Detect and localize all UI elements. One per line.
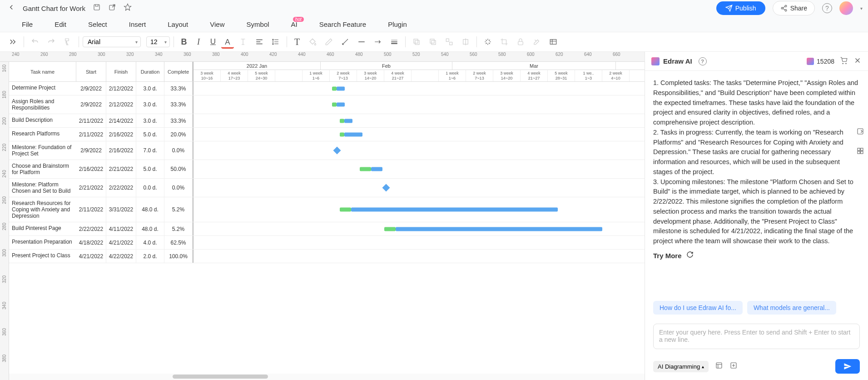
connector-icon[interactable]: [338, 35, 352, 49]
text-tool-icon[interactable]: T: [291, 35, 303, 49]
milestone-marker[interactable]: [333, 147, 341, 155]
line-style-icon[interactable]: [354, 35, 369, 49]
line-spacing-icon[interactable]: [268, 35, 283, 49]
undo-icon[interactable]: [28, 35, 42, 49]
ai-help-icon[interactable]: ?: [699, 57, 707, 65]
week-header: 3 week14~20: [357, 70, 384, 81]
gantt-row[interactable]: Choose and Brainstorm for Platform2/16/2…: [9, 160, 645, 179]
gantt-row[interactable]: Presentation Preparation4/18/20224/21/20…: [9, 236, 645, 250]
gantt-body: Determine Project2/9/20222/12/20223.0 d.…: [9, 82, 645, 263]
font-size-select[interactable]: 12: [146, 36, 170, 47]
send-button[interactable]: [835, 359, 860, 374]
bar-area: [193, 160, 645, 178]
lock-icon[interactable]: [513, 35, 528, 49]
refresh-icon[interactable]: [686, 251, 694, 261]
italic-icon[interactable]: I: [192, 35, 205, 49]
close-icon[interactable]: [853, 56, 862, 66]
gantt-row[interactable]: Build Description2/11/20222/14/20223.0 d…: [9, 114, 645, 128]
svg-rect-14: [716, 363, 722, 368]
gantt-row[interactable]: Research Platforms2/11/20222/16/20225.0 …: [9, 128, 645, 141]
suggestion-chip[interactable]: How do I use Edraw AI fo...: [653, 301, 743, 315]
back-button[interactable]: [5, 1, 17, 15]
bar-done[interactable]: [332, 103, 337, 107]
redo-icon[interactable]: [44, 35, 59, 49]
line-weight-icon[interactable]: [387, 35, 402, 49]
ai-input[interactable]: [653, 324, 860, 349]
bold-icon[interactable]: B: [178, 35, 190, 49]
star-icon[interactable]: [124, 3, 132, 13]
bar-done[interactable]: [360, 167, 371, 171]
avatar[interactable]: [839, 1, 853, 15]
avatar-dropdown[interactable]: ▾: [860, 6, 863, 11]
publish-button[interactable]: Publish: [716, 1, 765, 15]
bar-todo[interactable]: [351, 208, 558, 212]
open-external-icon[interactable]: [108, 3, 116, 13]
tools-icon[interactable]: [530, 35, 544, 49]
gantt-row[interactable]: Assign Roles and Responsibilities2/9/202…: [9, 95, 645, 114]
side-tab-expand-icon[interactable]: [856, 127, 864, 138]
bar-todo[interactable]: [344, 119, 352, 123]
gantt-row[interactable]: Milestone: Foundation of Project Set2/9/…: [9, 141, 645, 160]
align-left-icon[interactable]: [252, 35, 267, 49]
menu-view[interactable]: View: [199, 20, 235, 28]
underline-icon[interactable]: U: [207, 35, 219, 49]
suggestion-chip[interactable]: What models are general...: [747, 301, 836, 315]
gantt-row[interactable]: Research Resources for Coping with Anxie…: [9, 197, 645, 222]
table-icon[interactable]: [546, 35, 560, 49]
week-header: 4 week17~23: [221, 70, 248, 81]
send-back-icon[interactable]: [426, 35, 440, 49]
horizontal-scrollbar[interactable]: [9, 374, 645, 380]
align-objects-icon[interactable]: [458, 35, 473, 49]
menu-search-feature[interactable]: Search Feature: [308, 20, 377, 28]
clear-format-icon[interactable]: [236, 35, 250, 49]
ai-sparkle-icon[interactable]: [481, 35, 495, 49]
gantt-row[interactable]: Build Pinterest Page2/22/20224/11/202248…: [9, 222, 645, 236]
attach-icon[interactable]: [729, 361, 738, 372]
gantt-row[interactable]: Determine Project2/9/20222/12/20223.0 d.…: [9, 82, 645, 95]
ai-mode-select[interactable]: AI Diagramming▴: [653, 361, 709, 372]
scroll-thumb[interactable]: [173, 375, 268, 379]
format-painter-icon[interactable]: [60, 35, 75, 49]
bar-todo[interactable]: [396, 227, 602, 231]
bar-todo[interactable]: [337, 103, 345, 107]
gantt-row[interactable]: Present Project to Class4/21/20224/22/20…: [9, 250, 645, 263]
bar-done[interactable]: [332, 86, 337, 90]
bar-todo[interactable]: [344, 132, 362, 136]
group-icon[interactable]: [442, 35, 456, 49]
menu-layout[interactable]: Layout: [157, 20, 199, 28]
font-color-icon[interactable]: A: [221, 35, 234, 49]
gantt-chart[interactable]: Task name Start Finish Duration Complete…: [9, 62, 645, 371]
cell-dur: 0.0 d.: [136, 179, 164, 197]
fill-icon[interactable]: [305, 35, 320, 49]
milestone-marker[interactable]: [382, 184, 390, 192]
template-icon[interactable]: [715, 361, 723, 372]
save-icon[interactable]: [93, 3, 101, 13]
menu-symbol[interactable]: Symbol: [236, 20, 280, 28]
pen-icon[interactable]: [322, 35, 336, 49]
gantt-row[interactable]: Milestone: Platform Chosen and Set to Bu…: [9, 179, 645, 197]
cart-icon[interactable]: [840, 56, 848, 66]
cell-task: Build Description: [9, 114, 76, 127]
font-select[interactable]: Arial: [83, 36, 141, 47]
bar-done[interactable]: [340, 119, 344, 123]
help-icon[interactable]: ?: [822, 3, 832, 13]
menu-plugin[interactable]: Plugin: [377, 20, 418, 28]
bar-done[interactable]: [384, 227, 396, 231]
bar-todo[interactable]: [337, 86, 345, 90]
arrow-style-icon[interactable]: [371, 35, 385, 49]
expand-toolbar-icon[interactable]: [5, 35, 20, 49]
menu-select[interactable]: Select: [77, 20, 118, 28]
menu-edit[interactable]: Edit: [44, 20, 77, 28]
ruler-tick: 660: [613, 52, 620, 57]
bar-todo[interactable]: [371, 167, 382, 171]
bar-done[interactable]: [340, 132, 344, 136]
canvas-area[interactable]: 2402602803003203403603804004204404604805…: [0, 52, 645, 380]
menu-insert[interactable]: Insert: [118, 20, 157, 28]
bar-done[interactable]: [340, 208, 351, 212]
share-button[interactable]: Share: [773, 1, 815, 15]
menu-file[interactable]: File: [11, 20, 44, 28]
crop-icon[interactable]: [497, 35, 511, 49]
menu-ai[interactable]: AIhot: [280, 20, 308, 28]
bring-front-icon[interactable]: [409, 35, 424, 49]
side-tab-grid-icon[interactable]: [856, 147, 864, 157]
